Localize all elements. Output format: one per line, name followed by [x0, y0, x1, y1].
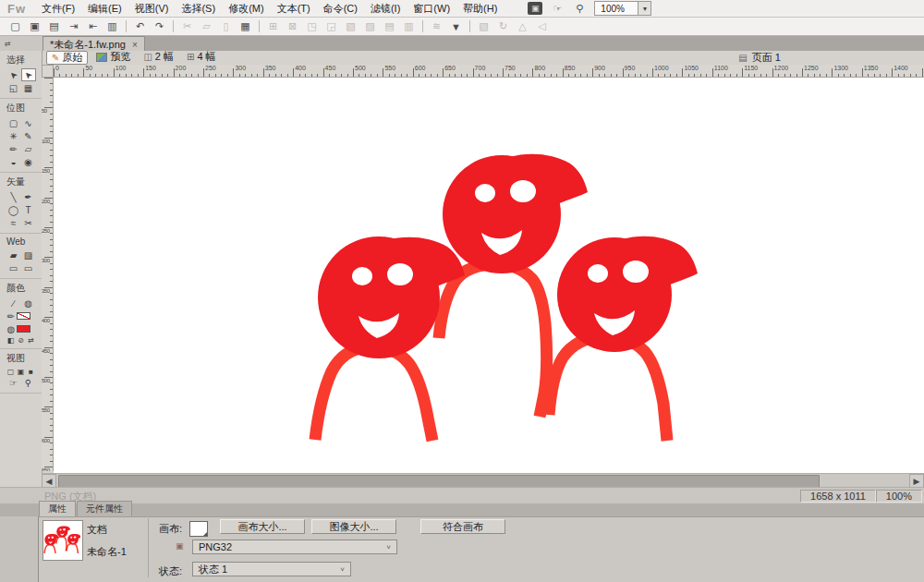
menu-item[interactable]: 视图(V) [128, 1, 176, 17]
tools-panel-collapse-icon[interactable]: ⇄ [0, 36, 47, 51]
export-format-dropdown[interactable]: PNG32 ˅ [192, 540, 397, 554]
ruler-tick [50, 186, 53, 187]
hotspot-tool[interactable]: ▰ [6, 249, 21, 261]
export-icon[interactable]: ⇤ [84, 18, 102, 34]
rubber-stamp-tool[interactable]: ◉ [21, 155, 36, 168]
export-options-icon[interactable]: ▼ [447, 18, 465, 34]
stroke-color-well[interactable]: ✏ [6, 309, 36, 322]
import-icon[interactable]: ⇥ [65, 18, 82, 34]
print-icon[interactable]: ▥ [103, 18, 121, 34]
blur-tool[interactable]: ◒ [6, 155, 21, 168]
scrollbar-thumb[interactable] [58, 475, 820, 488]
crop-tool[interactable]: ▦ [21, 81, 36, 94]
pointer-tool[interactable]: ➤ [6, 68, 21, 81]
ruler-tick [50, 83, 53, 84]
scrollbar-track[interactable] [56, 474, 909, 488]
ellipse-tool[interactable]: ◯ [6, 203, 21, 216]
ruler-tick [50, 233, 53, 234]
marquee-icon: ▢ [9, 118, 18, 128]
zoom-tool[interactable]: ⚲ [21, 376, 36, 389]
zoom-status[interactable]: 100% [876, 490, 922, 503]
menu-item[interactable]: 选择(S) [175, 1, 222, 17]
ruler-label: 200 [176, 65, 187, 71]
properties-gutter [0, 516, 39, 582]
fill-color-well[interactable]: ◍ [6, 322, 36, 335]
no-color-button[interactable]: ⊘ [16, 335, 26, 345]
ruler-tick [186, 74, 187, 77]
screen-mode-icon[interactable]: ▣ [528, 2, 542, 15]
document-canvas[interactable] [54, 78, 924, 473]
line-tool[interactable]: ╲ [6, 190, 21, 203]
scroll-right-arrow[interactable]: ▶ [909, 474, 924, 488]
crop-icon[interactable]: ▦ [237, 18, 254, 34]
properties-tab-active[interactable]: 属性 [39, 501, 76, 516]
canvas-color-swatch[interactable] [189, 521, 208, 537]
tool-section: Web▰▨▭▭ [0, 234, 42, 279]
mode-2up-button[interactable]: ◫2 幅 [139, 51, 178, 63]
new-document-icon[interactable]: ▢ [6, 18, 24, 34]
menu-item[interactable]: 滤镜(I) [364, 1, 407, 17]
save-icon[interactable]: ▣ [26, 18, 43, 34]
scroll-left-arrow[interactable]: ◀ [42, 474, 56, 488]
fullscreen-menus-button[interactable]: ▣ [16, 367, 26, 376]
fit-canvas-button[interactable]: 符合画布 [420, 519, 505, 534]
figure-arms [315, 346, 432, 441]
knife-tool[interactable]: ✂ [21, 216, 36, 229]
menu-item[interactable]: 窗口(W) [407, 1, 456, 17]
slice-tool[interactable]: ▨ [21, 249, 36, 261]
redo-icon[interactable]: ↷ [151, 18, 168, 34]
tab-close-icon[interactable]: × [132, 40, 138, 50]
swap-colors-button[interactable]: ⇄ [26, 335, 36, 345]
brush-tool[interactable]: ✎ [21, 129, 36, 142]
hand-icon[interactable]: ☞ [550, 2, 565, 15]
properties-tab-inactive[interactable]: 元件属性 [77, 501, 132, 516]
ruler-tick [50, 102, 53, 103]
pencil-tool[interactable]: ✏ [6, 142, 21, 155]
mode-original-button[interactable]: ✎原始 [46, 51, 88, 65]
hide-slices-button[interactable]: ▭ [6, 261, 21, 274]
paint-bucket-tool[interactable]: ◍ [21, 297, 36, 309]
ruler-tick [281, 74, 282, 77]
magnifier-icon[interactable]: ⚲ [572, 2, 587, 15]
freeform-tool[interactable]: ≈ [6, 216, 21, 229]
menu-item[interactable]: 编辑(E) [81, 1, 128, 17]
menu-item[interactable]: 文本(T) [271, 1, 317, 17]
ruler-tick [50, 449, 53, 450]
menu-item[interactable]: 命令(C) [317, 1, 364, 17]
eraser-tool[interactable]: ▱ [21, 142, 36, 155]
image-size-button[interactable]: 图像大小... [311, 519, 396, 534]
magic-wand-tool[interactable]: ✳ [6, 129, 21, 142]
eyedropper-tool[interactable]: ∕ [6, 297, 21, 309]
fill-color-well-swatch[interactable] [17, 325, 30, 333]
mode-preview-button[interactable]: 预览 [91, 51, 135, 63]
menu-item[interactable]: 修改(M) [222, 1, 271, 17]
state-dropdown[interactable]: 状态 1 ˅ [192, 562, 351, 576]
mode-4up-button[interactable]: ⊞4 幅 [182, 51, 221, 63]
canvas-size-button[interactable]: 画布大小... [220, 519, 305, 534]
page-indicator[interactable]: ▤ 页面 1 [738, 51, 781, 65]
pen-tool[interactable]: ✒ [21, 190, 36, 203]
fullscreen-button[interactable]: ■ [26, 367, 36, 376]
export-format-value: PNG32 [199, 541, 232, 552]
split-icon: ▥ [400, 18, 418, 34]
zoom-level-combo[interactable]: 100% ▼ [594, 1, 651, 16]
subselection-icon: ➤ [22, 68, 35, 81]
open-icon[interactable]: ▤ [45, 18, 63, 34]
text-tool[interactable]: T [21, 203, 36, 216]
ruler-tick [437, 74, 438, 77]
show-slices-button[interactable]: ▭ [21, 261, 36, 274]
lasso-tool[interactable]: ∿ [21, 116, 36, 129]
subselection-tool[interactable]: ➤ [21, 68, 36, 81]
menu-item[interactable]: 文件(F) [35, 1, 81, 17]
tool-grid: ▰▨▭▭ [5, 249, 38, 274]
zoom-dropdown-arrow[interactable]: ▼ [638, 2, 650, 15]
stroke-color-well-swatch[interactable] [17, 312, 30, 320]
undo-icon[interactable]: ↶ [131, 18, 149, 34]
menu-item[interactable]: 帮助(H) [456, 1, 504, 17]
standard-screen-button[interactable]: ▢ [6, 367, 16, 376]
hand-tool[interactable]: ☞ [6, 376, 21, 389]
default-colors-button[interactable]: ◧ [6, 335, 16, 345]
ruler-label: 700 [475, 65, 486, 71]
marquee-tool[interactable]: ▢ [6, 116, 21, 129]
scale-tool[interactable]: ◱ [6, 81, 21, 94]
